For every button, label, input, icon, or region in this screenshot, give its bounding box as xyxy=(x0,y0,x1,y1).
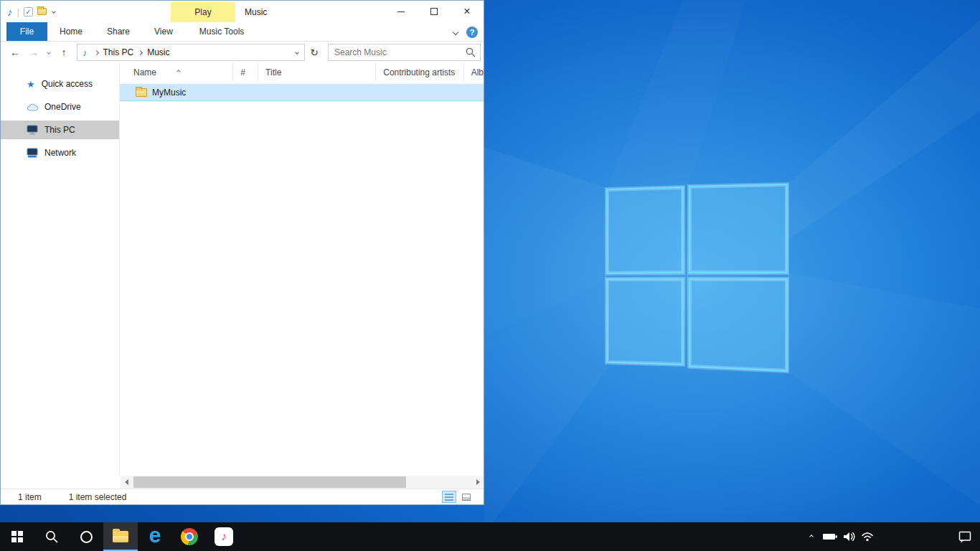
window-title: Music xyxy=(245,7,267,17)
tab-home[interactable]: Home xyxy=(47,22,95,41)
search-box[interactable] xyxy=(328,44,481,61)
action-center-button[interactable] xyxy=(950,522,980,551)
search-input[interactable] xyxy=(329,47,461,57)
tab-view[interactable]: View xyxy=(142,22,185,41)
show-hidden-icons-button[interactable] xyxy=(802,522,821,551)
horizontal-scrollbar[interactable] xyxy=(121,476,484,489)
large-icons-view-button[interactable] xyxy=(459,491,473,503)
chrome-icon xyxy=(181,528,198,545)
battery-icon xyxy=(822,532,838,541)
breadcrumb-music[interactable]: Music xyxy=(145,47,171,57)
sidebar-item-onedrive[interactable]: OneDrive xyxy=(1,98,119,116)
location-music-icon: ♪ xyxy=(83,48,88,57)
chevron-up-icon xyxy=(809,534,814,539)
volume-tray-button[interactable] xyxy=(839,522,858,551)
forward-button[interactable]: → xyxy=(25,44,42,61)
sidebar-item-label: This PC xyxy=(44,125,75,135)
taskbar-file-explorer-button[interactable] xyxy=(103,522,138,551)
column-header-name[interactable]: Name xyxy=(120,63,233,82)
quick-access-star-icon: ★ xyxy=(27,80,35,89)
scrollbar-track[interactable] xyxy=(132,476,472,489)
taskbar-itunes-button[interactable]: ♪ xyxy=(207,522,241,551)
explorer-main: ★ Quick access OneDrive This PC Network xyxy=(1,63,484,476)
folder-icon xyxy=(136,88,147,97)
item-count: 1 item xyxy=(18,492,42,502)
qat-separator: | xyxy=(17,6,19,17)
music-note-icon: ♪ xyxy=(7,6,13,17)
file-list-pane: Name # Title Contributing artists Alb xyxy=(120,63,484,476)
tab-share[interactable]: Share xyxy=(95,22,142,41)
scroll-left-arrow-icon[interactable] xyxy=(121,476,132,489)
help-icon[interactable]: ? xyxy=(466,27,478,38)
taskbar-chrome-button[interactable] xyxy=(172,522,207,551)
breadcrumb-chevron-icon[interactable] xyxy=(138,51,142,55)
properties-icon[interactable]: ✓ xyxy=(24,7,33,17)
scroll-right-arrow-icon[interactable] xyxy=(472,476,484,489)
taskbar-search-button[interactable] xyxy=(34,522,69,551)
recent-locations-chevron-icon[interactable] xyxy=(44,51,54,54)
sidebar-item-label: Quick access xyxy=(42,79,93,89)
taskbar: e ♪ xyxy=(0,522,980,551)
onedrive-cloud-icon xyxy=(27,103,38,112)
address-dropdown-chevron-icon[interactable] xyxy=(295,50,299,55)
sidebar-item-label: Network xyxy=(44,148,76,158)
sidebar-item-this-pc[interactable]: This PC xyxy=(1,121,119,139)
file-row-mymusic[interactable]: MyMusic xyxy=(120,84,484,101)
tab-music-tools[interactable]: Music Tools xyxy=(189,22,254,41)
sidebar-item-quick-access[interactable]: ★ Quick access xyxy=(1,75,119,93)
column-header-album[interactable]: Alb xyxy=(464,63,484,82)
this-pc-monitor-icon xyxy=(27,125,38,135)
maximize-button[interactable] xyxy=(418,1,451,22)
cortana-button[interactable] xyxy=(69,522,103,551)
breadcrumb-chevron-icon[interactable] xyxy=(95,51,98,55)
wifi-icon xyxy=(861,532,874,542)
search-icon xyxy=(45,530,59,544)
windows-start-icon xyxy=(11,531,23,542)
window-controls: × xyxy=(385,1,484,22)
details-view-icon xyxy=(445,494,453,501)
file-name: MyMusic xyxy=(152,88,186,98)
address-bar[interactable]: ♪ This PC Music xyxy=(77,44,305,61)
close-icon: × xyxy=(463,6,470,17)
view-toggles xyxy=(442,491,473,503)
ribbon-tab-bar: File Home Share View Music Tools ? xyxy=(1,22,484,42)
sidebar-item-label: OneDrive xyxy=(44,102,81,112)
network-tray-button[interactable] xyxy=(858,522,877,551)
expand-ribbon-chevron-icon[interactable] xyxy=(453,29,458,34)
large-icons-view-icon xyxy=(462,494,471,501)
navigation-bar: ← → ↑ ♪ This PC Music ↻ xyxy=(1,42,484,63)
status-bar: 1 item 1 item selected xyxy=(1,489,484,504)
internet-explorer-icon: e xyxy=(149,524,161,546)
new-folder-icon[interactable] xyxy=(37,8,47,15)
itunes-icon: ♪ xyxy=(215,527,233,546)
column-header-contributing-artists[interactable]: Contributing artists xyxy=(376,63,463,82)
network-icon xyxy=(27,148,38,158)
column-header-track-number[interactable]: # xyxy=(233,63,258,82)
column-header-title[interactable]: Title xyxy=(258,63,376,82)
minimize-icon xyxy=(397,11,405,12)
scrollbar-thumb[interactable] xyxy=(133,476,406,488)
column-headers: Name # Title Contributing artists Alb xyxy=(120,63,484,82)
cortana-circle-icon xyxy=(80,531,93,543)
details-view-button[interactable] xyxy=(442,491,456,503)
back-button[interactable]: ← xyxy=(6,44,24,61)
maximize-icon xyxy=(430,8,438,15)
up-button[interactable]: ↑ xyxy=(55,44,72,61)
tab-file[interactable]: File xyxy=(6,22,47,41)
battery-tray-button[interactable] xyxy=(821,522,839,551)
taskbar-internet-explorer-button[interactable]: e xyxy=(138,522,172,551)
music-tools-play-tab[interactable]: Play xyxy=(171,2,235,22)
close-button[interactable]: × xyxy=(451,1,484,22)
sort-ascending-chevron-icon xyxy=(177,65,180,75)
breadcrumb-this-pc[interactable]: This PC xyxy=(101,47,136,57)
sidebar-item-network[interactable]: Network xyxy=(1,143,119,162)
selection-count: 1 item selected xyxy=(69,492,127,502)
search-icon[interactable] xyxy=(461,47,480,57)
refresh-button[interactable]: ↻ xyxy=(306,44,322,61)
quick-access-toolbar: ♪ | ✓ xyxy=(1,6,55,17)
minimize-button[interactable] xyxy=(385,1,418,22)
start-button[interactable] xyxy=(0,522,34,551)
qat-customize-chevron-icon[interactable] xyxy=(52,9,56,14)
title-bar[interactable]: ♪ | ✓ Play Music × xyxy=(1,1,484,22)
file-explorer-icon xyxy=(113,531,128,542)
